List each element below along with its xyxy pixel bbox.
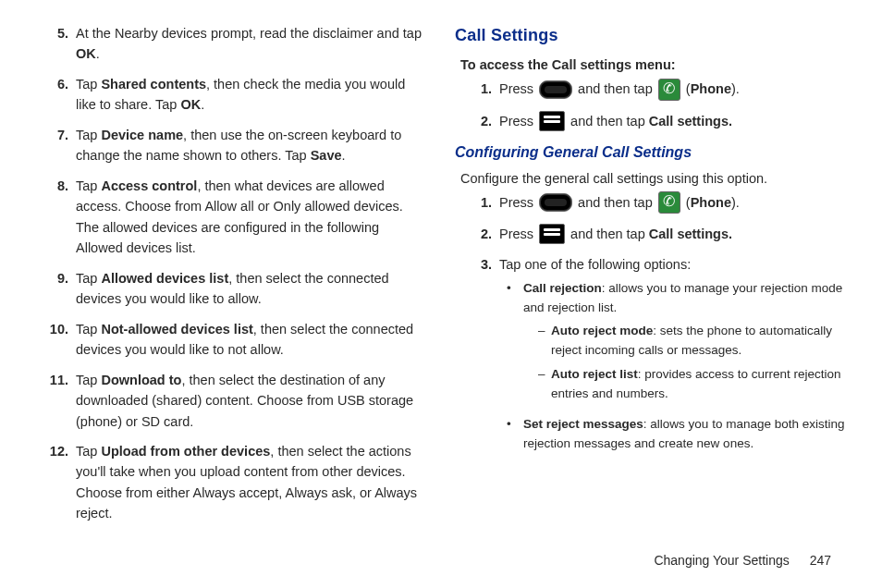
step-number: 10.: [37, 319, 76, 361]
bullet-call-rejection: • Call rejection: allows you to manage y…: [499, 279, 845, 410]
section-heading: Call Settings: [455, 23, 845, 49]
step-5: 5. At the Nearby devices prompt, read th…: [37, 23, 427, 65]
page-footer: Changing Your Settings 247: [654, 553, 831, 568]
config-step-1: 1. Press and then tap (Phone).: [460, 192, 845, 214]
phone-app-icon: [658, 191, 680, 214]
left-column: 5. At the Nearby devices prompt, read th…: [37, 23, 427, 533]
bullet-dot: •: [499, 279, 523, 410]
bullet-set-reject-messages: • Set reject messages: allows you to man…: [499, 415, 845, 454]
step-text: Tap Allowed devices list, then select th…: [76, 268, 427, 310]
step-text: Press and then tap (Phone).: [499, 79, 845, 101]
step-text: Press and then tap Call settings.: [499, 111, 845, 132]
step-text: Tap Device name, then use the on-screen …: [76, 125, 427, 166]
step-10: 10. Tap Not-allowed devices list, then s…: [37, 319, 427, 361]
chapter-title: Changing Your Settings: [654, 553, 789, 568]
step-number: 3.: [460, 254, 499, 459]
step-text: Press and then tap (Phone).: [499, 192, 845, 214]
step-number: 8.: [37, 176, 76, 259]
step-text: Tap Download to, then select the destina…: [76, 370, 427, 432]
page-number: 247: [810, 553, 831, 568]
step-12: 12. Tap Upload from other devices, then …: [37, 441, 427, 524]
access-step-1: 1. Press and then tap (Phone).: [460, 79, 845, 101]
step-number: 9.: [37, 268, 76, 310]
step-number: 6.: [37, 74, 76, 116]
dash-icon: –: [538, 365, 551, 404]
step-number: 11.: [37, 370, 76, 432]
menu-button-icon: [539, 224, 565, 244]
menu-button-icon: [539, 111, 565, 131]
step-text: At the Nearby devices prompt, read the d…: [76, 23, 427, 65]
access-step-2: 2. Press and then tap Call settings.: [460, 111, 845, 132]
config-step-2: 2. Press and then tap Call settings.: [460, 224, 845, 245]
step-11: 11. Tap Download to, then select the des…: [37, 370, 427, 432]
step-8: 8. Tap Access control, then what devices…: [37, 176, 427, 259]
step-6: 6. Tap Shared contents, then check the m…: [37, 74, 427, 116]
bullet-dot: •: [499, 415, 523, 454]
step-number: 2.: [460, 111, 499, 132]
phone-app-icon: [658, 79, 680, 101]
config-steps: 1. Press and then tap (Phone). 2. Press …: [460, 192, 845, 459]
right-column: Call Settings To access the Call setting…: [455, 23, 845, 533]
step-number: 5.: [37, 23, 76, 65]
config-step-3: 3. Tap one of the following options: • C…: [460, 254, 845, 459]
step-number: 2.: [460, 224, 499, 245]
home-button-icon: [539, 80, 572, 99]
sub-auto-reject-list: – Auto reject list: provides access to c…: [538, 365, 845, 404]
step-text: Tap Not-allowed devices list, then selec…: [76, 319, 427, 361]
home-button-icon: [539, 193, 572, 212]
step-text: Tap Shared contents, then check the medi…: [76, 74, 427, 116]
step-number: 1.: [460, 79, 499, 101]
sub-bullets: – Auto reject mode: sets the phone to au…: [538, 322, 845, 405]
step-number: 12.: [37, 441, 76, 524]
sub-auto-reject-mode: – Auto reject mode: sets the phone to au…: [538, 322, 845, 361]
step-text: Tap one of the following options: • Call…: [499, 254, 845, 459]
access-steps: 1. Press and then tap (Phone). 2. Press …: [460, 79, 845, 131]
nearby-steps-list: 5. At the Nearby devices prompt, read th…: [37, 23, 427, 524]
step-text: Tap Access control, then what devices ar…: [76, 176, 427, 259]
subsection-heading: Configuring General Call Settings: [455, 141, 845, 165]
section-intro: To access the Call settings menu:: [460, 55, 845, 75]
step-7: 7. Tap Device name, then use the on-scre…: [37, 125, 427, 166]
dash-icon: –: [538, 322, 551, 361]
step-number: 7.: [37, 125, 76, 166]
options-bullets: • Call rejection: allows you to manage y…: [499, 279, 845, 454]
step-text: Press and then tap Call settings.: [499, 224, 845, 245]
subsection-intro: Configure the general call settings usin…: [460, 168, 845, 189]
step-text: Tap Upload from other devices, then sele…: [76, 441, 427, 524]
step-9: 9. Tap Allowed devices list, then select…: [37, 268, 427, 310]
step-number: 1.: [460, 192, 499, 214]
